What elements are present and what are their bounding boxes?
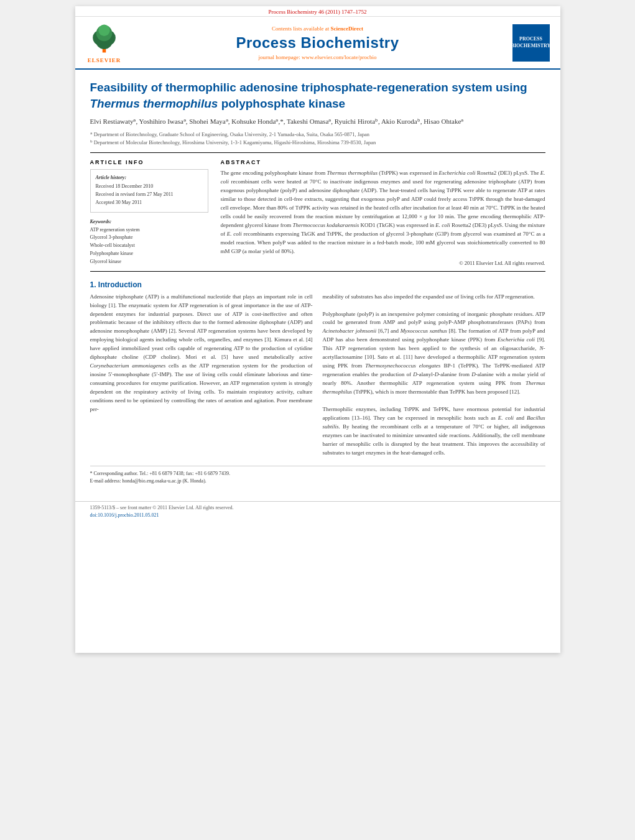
abstract-body: The gene encoding polyphosphate kinase f… — [221, 169, 545, 256]
keywords-section: Keywords: ATP regeneration system Glycer… — [90, 219, 208, 266]
page: Process Biochemistry 46 (2011) 1747–1752… — [75, 6, 560, 653]
introduction-section: 1. Introduction Adenosine triphosphate (… — [90, 280, 545, 458]
keyword-1: ATP regeneration system — [90, 226, 208, 234]
content-area: Feasibility of thermophilic adenosine tr… — [75, 70, 560, 495]
pb-logo-line2: BIOCHEMISTRY — [511, 43, 551, 49]
keyword-2: Glycerol 3-phosphate — [90, 234, 208, 242]
journal-center: Contents lists available at ScienceDirec… — [132, 22, 503, 63]
elsevier-logo: ELSEVIER — [83, 22, 126, 63]
journal-ref-bar: Process Biochemistry 46 (2011) 1747–1752 — [75, 6, 560, 17]
affiliation-b: ᵇ Department of Molecular Biotechnology,… — [90, 139, 545, 147]
header-divider — [90, 152, 545, 153]
received-date: Received 18 December 2010 — [96, 183, 203, 191]
left-column: ARTICLE INFO Article history: Received 1… — [90, 159, 208, 265]
footer-doi: doi:10.1016/j.procbio.2011.05.021 — [90, 512, 545, 519]
keywords-label: Keywords: — [90, 219, 208, 224]
article-title: Feasibility of thermophilic adenosine tr… — [90, 80, 545, 111]
footnote-email: E-mail address: honda@bio.eng.osaka-u.ac… — [90, 478, 545, 485]
journal-homepage: journal homepage: www.elsevier.com/locat… — [259, 54, 377, 60]
footer-issn: 1359-5113/$ – see front matter © 2011 El… — [90, 504, 545, 512]
authors-line: Elvi Restiawatyᵃ, Yoshihiro Iwasaᵃ, Shoh… — [90, 116, 545, 127]
article-info-abstract: ARTICLE INFO Article history: Received 1… — [90, 159, 545, 265]
footnote-area: * Corresponding author. Tel.: +81 6 6879… — [90, 466, 545, 485]
footnote-corresponding: * Corresponding author. Tel.: +81 6 6879… — [90, 470, 545, 478]
intro-title: 1. Introduction — [90, 280, 545, 289]
received-revised-date: Received in revised form 27 May 2011 — [96, 191, 203, 199]
footer-bar: 1359-5113/$ – see front matter © 2011 El… — [75, 501, 560, 522]
abstract-divider — [90, 271, 545, 272]
elsevier-tree-icon — [87, 22, 121, 56]
intro-two-col: Adenosine triphosphate (ATP) is a multif… — [90, 293, 545, 458]
journal-ref: Process Biochemistry 46 (2011) 1747–1752 — [268, 9, 366, 15]
title-start: Feasibility of thermophilic adenosine tr… — [90, 81, 527, 94]
pb-logo-line1: PROCESS — [519, 36, 542, 42]
journal-header: ELSEVIER Contents lists available at Sci… — [75, 17, 560, 70]
title-end: polyphosphate kinase — [218, 97, 345, 110]
keyword-3: Whole-cell biocatalyst — [90, 242, 208, 250]
intro-heading: Introduction — [98, 280, 142, 289]
right-column: ABSTRACT The gene encoding polyphosphate… — [221, 159, 545, 265]
journal-title: Process Biochemistry — [236, 34, 399, 52]
svg-point-5 — [98, 25, 109, 36]
history-label: Article history: — [96, 175, 203, 180]
intro-right-col: meability of substrates has also impeded… — [323, 293, 545, 458]
accepted-date: Accepted 30 May 2011 — [96, 199, 203, 207]
elsevier-brand-text: ELSEVIER — [88, 57, 121, 63]
abstract-heading: ABSTRACT — [221, 159, 545, 165]
sciencedirect-name: ScienceDirect — [331, 25, 363, 32]
intro-left-text: Adenosine triphosphate (ATP) is a multif… — [90, 293, 313, 414]
intro-number: 1. — [90, 280, 96, 289]
copyright-line: © 2011 Elsevier Ltd. All rights reserved… — [221, 260, 545, 266]
sciencedirect-line: Contents lists available at ScienceDirec… — [272, 25, 363, 32]
authors-text: Elvi Restiawatyᵃ, Yoshihiro Iwasaᵃ, Shoh… — [90, 118, 464, 125]
article-info-heading: ARTICLE INFO — [90, 159, 208, 165]
pb-logo-box: PROCESS BIOCHEMISTRY — [512, 24, 550, 62]
keyword-4: Polyphosphate kinase — [90, 250, 208, 258]
pb-logo-right: PROCESS BIOCHEMISTRY — [509, 22, 553, 63]
intro-right-text: meability of substrates has also impeded… — [323, 293, 545, 458]
homepage-url: www.elsevier.com/locate/procbio — [302, 54, 376, 60]
intro-left-col: Adenosine triphosphate (ATP) is a multif… — [90, 293, 313, 458]
title-italic: Thermus thermophilus — [90, 97, 218, 110]
keyword-5: Glycerol kinase — [90, 258, 208, 266]
article-history-box: Article history: Received 18 December 20… — [90, 169, 208, 212]
affiliation-a: ᵃ Department of Biotechnology, Graduate … — [90, 131, 545, 139]
affiliations: ᵃ Department of Biotechnology, Graduate … — [90, 131, 545, 147]
